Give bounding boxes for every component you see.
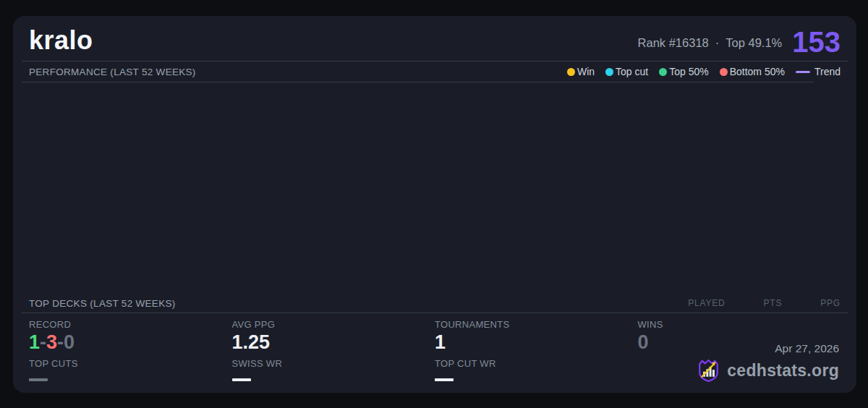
legend-item-win: Win xyxy=(567,66,595,77)
avg-ppg-value: 1.25 xyxy=(232,332,435,352)
top-percent-label: Top 49.1% xyxy=(726,36,782,50)
top-decks-title: TOP DECKS (LAST 52 WEEKS) xyxy=(29,298,176,309)
legend-item-bottom50: Bottom 50% xyxy=(720,66,785,77)
stat-label: SWISS WR xyxy=(232,358,435,369)
report-date: Apr 27, 2026 xyxy=(696,342,839,355)
player-name: kralo xyxy=(29,25,93,56)
record-wins: 1 xyxy=(29,331,40,353)
player-stats-card: kralo Rank #16318 · Top 49.1% 153 PERFOR… xyxy=(13,16,856,393)
legend-label: Bottom 50% xyxy=(730,66,785,77)
legend-item-trend: Trend xyxy=(796,66,841,77)
record-value: 1-3-0 xyxy=(29,332,232,352)
column-played: PLAYED xyxy=(688,298,725,308)
tournaments-value: 1 xyxy=(435,332,638,352)
column-ppg: PPG xyxy=(820,298,841,308)
cedhstats-shield-logo-icon xyxy=(696,357,721,383)
top-decks-header: TOP DECKS (LAST 52 WEEKS) PLAYED PTS PPG xyxy=(22,294,848,313)
top-cuts-empty-value: — xyxy=(29,378,48,381)
swiss-wr-empty-value: — xyxy=(232,378,251,381)
legend-item-top-cut: Top cut xyxy=(605,66,648,77)
stat-avg-ppg: AVG PPG 1.25 SWISS WR — xyxy=(232,319,435,384)
top50-dot-icon xyxy=(659,68,667,76)
win-dot-icon xyxy=(567,68,575,76)
stat-tournaments: TOURNAMENTS 1 TOP CUT WR — xyxy=(435,319,638,384)
header-right: Rank #16318 · Top 49.1% 153 xyxy=(638,28,841,56)
legend-label: Win xyxy=(577,66,595,77)
stat-label: AVG PPG xyxy=(232,319,435,330)
performance-chart xyxy=(22,82,848,294)
rank-label: Rank #16318 xyxy=(638,36,709,50)
top-decks-columns: PLAYED PTS PPG xyxy=(650,298,841,308)
trend-line-icon xyxy=(796,71,810,73)
brand-name: cedhstats.org xyxy=(727,361,839,381)
top-cut-dot-icon xyxy=(605,68,613,76)
record-separator: - xyxy=(57,331,64,353)
record-separator: - xyxy=(40,331,46,353)
legend-label: Top 50% xyxy=(669,66,708,77)
legend-label: Top cut xyxy=(616,66,648,77)
rank-line: Rank #16318 · Top 49.1% xyxy=(638,36,783,56)
top-cut-wr-empty-value: — xyxy=(435,378,454,381)
column-pts: PTS xyxy=(764,298,783,308)
performance-header: PERFORMANCE (LAST 52 WEEKS) Win Top cut … xyxy=(22,61,848,82)
stat-label: RECORD xyxy=(29,319,232,330)
stat-label: TOP CUTS xyxy=(29,358,232,369)
stat-label: TOURNAMENTS xyxy=(435,319,638,330)
rank-separator: · xyxy=(715,36,720,50)
legend-item-top50: Top 50% xyxy=(659,66,708,77)
record-draws: 0 xyxy=(64,331,75,353)
performance-title: PERFORMANCE (LAST 52 WEEKS) xyxy=(29,67,196,77)
card-footer: Apr 27, 2026 cedhstats.org xyxy=(696,342,839,383)
stat-label: TOP CUT WR xyxy=(435,358,638,369)
stat-label: WINS xyxy=(638,319,841,330)
stat-record: RECORD 1-3-0 TOP CUTS — xyxy=(29,319,232,384)
card-header: kralo Rank #16318 · Top 49.1% 153 xyxy=(22,16,848,61)
record-losses: 3 xyxy=(46,331,57,353)
bottom50-dot-icon xyxy=(720,68,728,76)
points-value: 153 xyxy=(792,28,841,56)
legend-label: Trend xyxy=(814,66,841,77)
brand-link[interactable]: cedhstats.org xyxy=(696,357,839,383)
chart-legend: Win Top cut Top 50% Bottom 50% Trend xyxy=(567,66,841,77)
